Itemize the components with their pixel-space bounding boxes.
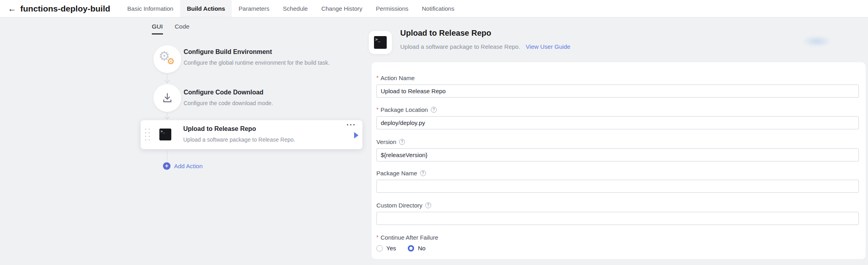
field-package-name: Package Name ? — [376, 169, 862, 193]
radio-option-yes[interactable]: Yes — [376, 245, 396, 252]
step-build-environment[interactable]: ⚙ ⚙ — [153, 45, 181, 73]
terminal-icon: >_ — [159, 129, 171, 140]
field-label: * Action Name — [376, 74, 862, 82]
tab-gui[interactable]: GUI — [152, 23, 163, 35]
field-label-text: Package Name — [376, 170, 417, 177]
field-label-text: Custom Directory — [376, 202, 422, 209]
page-title: functions-deploy-build — [20, 4, 110, 13]
field-label-text: Continue After Failure — [380, 234, 438, 241]
view-user-guide-link[interactable]: View User Guide — [526, 43, 570, 50]
add-action-button[interactable]: + Add Action — [163, 162, 203, 170]
gears-icon: ⚙ ⚙ — [158, 50, 176, 68]
required-asterisk: * — [376, 106, 378, 113]
action-name-input[interactable] — [376, 84, 859, 98]
tab-build-actions[interactable]: Build Actions — [180, 0, 232, 17]
tab-parameters[interactable]: Parameters — [232, 0, 276, 17]
connector-line — [167, 150, 167, 161]
package-location-input[interactable] — [376, 116, 859, 129]
view-mode-tabs: GUI Code — [152, 23, 190, 35]
tab-schedule[interactable]: Schedule — [276, 0, 315, 17]
action-detail-icon: >_ — [369, 31, 392, 54]
required-asterisk: * — [376, 234, 378, 240]
tab-permissions[interactable]: Permissions — [369, 0, 415, 17]
plus-circle-icon: + — [163, 162, 170, 170]
step-title: Configure Code Download — [184, 89, 264, 96]
action-config-form: * Action Name * Package Location ? Versi… — [372, 62, 866, 259]
field-package-location: * Package Location ? — [376, 106, 862, 129]
step-description: Configure the code download mode. — [184, 100, 273, 106]
tab-basic-information[interactable]: Basic Information — [120, 0, 180, 17]
action-card-title: Upload to Release Repo — [183, 125, 256, 132]
terminal-glyph: >_ — [375, 37, 380, 42]
radio-label: Yes — [386, 245, 396, 252]
field-label: Version ? — [376, 138, 862, 146]
step-description: Configure the global runtime environment… — [184, 60, 329, 66]
detail-title: Upload to Release Repo — [400, 29, 491, 38]
radio-label: No — [418, 245, 425, 252]
field-label: * Package Location ? — [376, 106, 862, 113]
tab-change-history[interactable]: Change History — [314, 0, 369, 17]
help-icon[interactable]: ? — [431, 107, 437, 113]
drag-handle-icon[interactable] — [145, 129, 150, 140]
action-card-upload-to-release-repo[interactable]: >_ Upload to Release Repo Upload a softw… — [141, 120, 362, 149]
field-version: Version ? — [376, 138, 862, 161]
main-tabs: Basic Information Build Actions Paramete… — [120, 0, 461, 17]
step-code-download[interactable] — [153, 84, 181, 112]
detail-subtitle: Upload a software package to Release Rep… — [400, 43, 520, 50]
field-action-name: * Action Name — [376, 74, 862, 98]
version-input[interactable] — [376, 148, 859, 161]
package-name-input[interactable] — [376, 180, 859, 193]
tab-code[interactable]: Code — [175, 23, 190, 35]
field-label-text: Package Location — [380, 106, 428, 113]
background-decoration — [802, 36, 831, 47]
download-icon — [162, 92, 173, 104]
field-label: Package Name ? — [376, 169, 862, 177]
field-label-text: Action Name — [380, 75, 415, 81]
back-icon[interactable]: ← — [8, 4, 16, 13]
custom-directory-input[interactable] — [376, 212, 859, 225]
field-label: * Continue After Failure — [376, 233, 862, 241]
radio-unselected-icon[interactable] — [376, 245, 383, 252]
arrow-down-icon — [165, 78, 170, 83]
required-asterisk: * — [376, 75, 378, 81]
add-action-label: Add Action — [174, 163, 203, 169]
radio-option-no[interactable]: No — [408, 245, 425, 252]
help-icon[interactable]: ? — [425, 202, 431, 208]
help-icon[interactable]: ? — [399, 139, 405, 145]
field-label: Custom Directory ? — [376, 201, 862, 209]
terminal-icon: >_ — [374, 36, 387, 49]
field-custom-directory: Custom Directory ? — [376, 201, 862, 225]
action-card-description: Upload a software package to Release Rep… — [183, 136, 295, 143]
top-bar: ← functions-deploy-build Basic Informati… — [0, 0, 868, 17]
tab-notifications[interactable]: Notifications — [415, 0, 461, 17]
arrow-down-icon — [165, 114, 170, 119]
field-continue-after-failure: * Continue After Failure Yes No — [376, 233, 862, 252]
terminal-glyph: >_ — [161, 129, 165, 133]
radio-group: Yes No — [376, 245, 862, 252]
step-title: Configure Build Environment — [184, 48, 272, 56]
help-icon[interactable]: ? — [420, 170, 426, 176]
field-label-text: Version — [376, 138, 396, 145]
radio-selected-icon[interactable] — [408, 245, 414, 252]
more-options-icon[interactable]: ··· — [347, 121, 356, 129]
selected-action-pointer-icon[interactable] — [354, 132, 358, 138]
gear-orange-icon: ⚙ — [167, 56, 175, 67]
